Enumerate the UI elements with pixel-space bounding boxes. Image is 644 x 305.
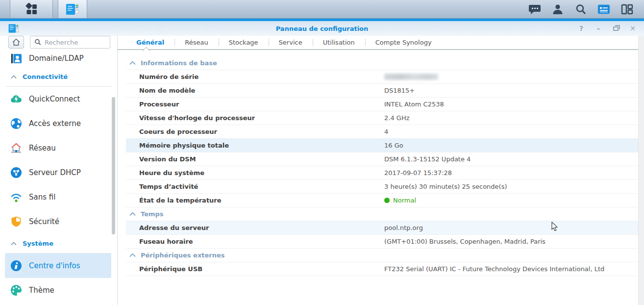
row-fuseau-horaire[interactable]: Fuseau horaire (GMT+01:00) Brussels, Cop… <box>126 235 641 249</box>
widgets-icon[interactable] <box>597 3 610 16</box>
tab-reseau[interactable]: Réseau <box>174 36 218 49</box>
tab-compte-synology[interactable]: Compte Synology <box>365 36 442 49</box>
row-label: Fuseau horaire <box>126 238 384 245</box>
row-value: 3 heure(s) 30 minute(s) 25 seconde(s) <box>384 183 507 190</box>
tab-service[interactable]: Service <box>269 36 313 49</box>
row-etat-temperature[interactable]: État de la température Normal <box>126 194 641 207</box>
row-heure-systeme[interactable]: Heure du système 2017-09-07 15:37:28 <box>126 166 641 180</box>
row-label: Périphérique USB <box>126 265 384 273</box>
close-button[interactable]: ✕ <box>629 25 636 32</box>
row-label: Version du DSM <box>126 155 384 163</box>
sidebar-item-centre-d-infos[interactable]: Centre d'infos <box>5 254 111 278</box>
sidebar-section-connectivite[interactable]: Connectivité <box>6 67 111 87</box>
chevron-up-icon <box>129 253 136 257</box>
restore-window-icon[interactable] <box>612 25 619 32</box>
row-numero-de-serie[interactable]: Numéro de série <box>126 70 641 84</box>
section-peripheriques-externes[interactable]: Périphériques externes <box>126 249 641 262</box>
row-label: Nom de modèle <box>126 87 384 94</box>
redacted-serial-number <box>384 74 438 80</box>
tab-label: Service <box>279 39 302 46</box>
sidebar-section-label: Système <box>23 240 53 247</box>
row-label: Temps d’activité <box>126 183 384 190</box>
row-label: Mémoire physique totale <box>126 142 384 149</box>
sidebar-item-label: Sécurité <box>29 217 59 226</box>
window-title: Panneau de configuration <box>0 21 644 36</box>
tab-label: Général <box>136 39 164 46</box>
search-input[interactable] <box>45 39 101 46</box>
row-value: 2.4 GHz <box>384 114 409 122</box>
chevron-up-icon <box>11 242 17 246</box>
row-value: 2017-09-07 15:37:28 <box>384 169 452 177</box>
search-icon <box>34 38 42 46</box>
row-label: Adresse du serveur <box>126 224 384 231</box>
sidebar-item-quickconnect[interactable]: QuickConnect <box>0 87 117 111</box>
section-temps[interactable]: Temps <box>126 207 641 221</box>
status-dot-green <box>384 198 390 203</box>
sidebar-item-securite[interactable]: Sécurité <box>0 209 117 234</box>
row-peripherique-usb[interactable]: Périphérique USB FT232 Serial (UART) IC … <box>126 262 641 276</box>
row-nom-de-modele[interactable]: Nom de modèle DS1815+ <box>126 84 641 98</box>
control-panel-icon <box>65 3 80 16</box>
main-menu-button[interactable] <box>10 0 53 18</box>
row-value: 4 <box>384 128 388 135</box>
section-title: Temps <box>141 210 164 218</box>
pilot-view-icon[interactable] <box>620 3 633 16</box>
tab-general[interactable]: Général <box>126 36 174 49</box>
sidebar-item-reseau[interactable]: Réseau <box>0 136 117 160</box>
minimize-button[interactable]: – <box>595 25 602 32</box>
dhcp-server-icon <box>10 166 23 179</box>
row-temps-activite[interactable]: Temps d’activité 3 heure(s) 30 minute(s)… <box>126 180 641 194</box>
row-value: 16 Go <box>384 142 403 149</box>
sidebar-item-acces-externe[interactable]: Accès externe <box>0 111 117 136</box>
sidebar-item-label: Thème <box>29 286 54 295</box>
chevron-up-icon <box>11 75 17 79</box>
content-scrollbar-track[interactable] <box>638 36 644 305</box>
row-value: DSM 6.1.3-15152 Update 4 <box>384 155 471 163</box>
quickconnect-icon <box>10 93 23 105</box>
help-button[interactable]: ? <box>578 25 585 32</box>
sidebar-item-label: Centre d'infos <box>29 261 80 270</box>
section-title: Informations de base <box>141 59 217 67</box>
sidebar-scrollbar-thumb[interactable] <box>112 97 115 234</box>
row-label: Numéro de série <box>126 73 384 80</box>
row-value: (GMT+01:00) Brussels, Copenhagen, Madrid… <box>384 238 545 245</box>
chat-icon[interactable] <box>528 3 541 16</box>
home-button[interactable] <box>8 36 24 49</box>
sidebar-item-sans-fil[interactable]: Sans fil <box>0 185 117 209</box>
window-titlebar: Panneau de configuration ? – ✕ <box>0 21 644 36</box>
sidebar-item-serveur-dhcp[interactable]: Serveur DHCP <box>0 160 117 185</box>
main-panel: Général Réseau Stockage Service Utilisat… <box>118 36 644 305</box>
row-memoire-physique[interactable]: Mémoire physique totale 16 Go <box>126 139 641 152</box>
tab-label: Utilisation <box>323 39 355 46</box>
tab-utilisation[interactable]: Utilisation <box>313 36 365 49</box>
row-coeurs-processeur[interactable]: Coeurs de processeur 4 <box>126 125 641 139</box>
control-panel-task-button[interactable] <box>58 0 87 18</box>
sidebar-item-domaine-ldap[interactable]: Domaine/LDAP <box>0 50 117 67</box>
row-label: Heure du système <box>126 169 384 177</box>
sidebar-search <box>30 36 110 49</box>
sidebar-item-label: Domaine/LDAP <box>29 54 83 63</box>
row-label: Processeur <box>126 101 384 108</box>
tab-stockage[interactable]: Stockage <box>219 36 269 49</box>
general-tab-content: Informations de base Numéro de série Nom… <box>118 50 644 276</box>
row-label: État de la température <box>126 197 384 204</box>
sidebar: Domaine/LDAP Connectivité QuickConnect <box>0 36 118 305</box>
home-icon <box>11 37 21 47</box>
user-icon[interactable] <box>551 3 564 16</box>
tab-bar: Général Réseau Stockage Service Utilisat… <box>118 36 644 50</box>
security-icon <box>10 215 23 228</box>
sidebar-item-theme[interactable]: Thème <box>0 278 117 303</box>
row-adresse-serveur[interactable]: Adresse du serveur pool.ntp.org <box>126 221 641 235</box>
row-processeur[interactable]: Processeur INTEL Atom C2538 <box>126 98 641 111</box>
row-vitesse-horloge[interactable]: Vitesse d'horloge du processeur 2.4 GHz <box>126 111 641 125</box>
info-center-icon <box>10 259 23 272</box>
sidebar-item-label: Réseau <box>29 144 56 152</box>
sidebar-item-label: Accès externe <box>29 119 81 128</box>
chevron-up-icon <box>129 61 136 65</box>
network-icon <box>10 142 23 154</box>
row-version-dsm[interactable]: Version du DSM DSM 6.1.3-15152 Update 4 <box>126 152 641 166</box>
search-icon[interactable] <box>574 3 587 16</box>
section-informations-de-base[interactable]: Informations de base <box>126 56 641 70</box>
row-value <box>384 74 438 80</box>
sidebar-section-systeme[interactable]: Système <box>6 234 111 254</box>
